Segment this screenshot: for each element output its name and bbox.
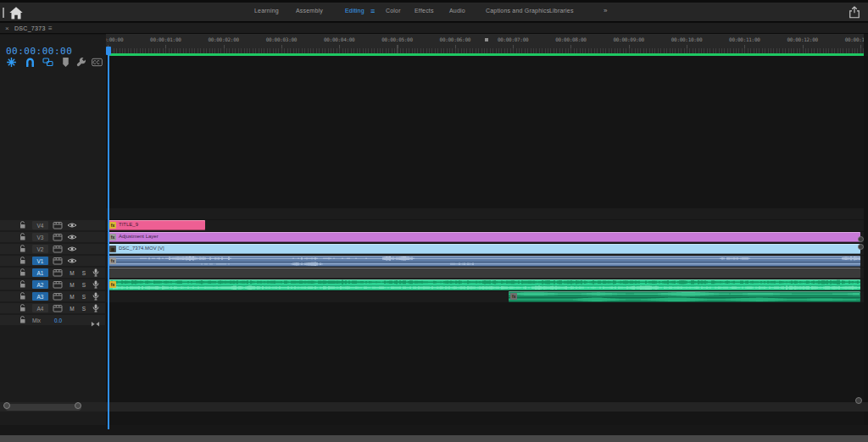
track-target-button-v2[interactable]: V2 — [32, 245, 48, 253]
lock-icon[interactable] — [18, 257, 28, 265]
mix-value[interactable]: 0.0 — [54, 318, 62, 323]
track-target-button-a3[interactable]: A3 — [32, 292, 48, 301]
sync-lock-icon[interactable] — [53, 257, 63, 265]
clip-a4[interactable]: fx — [509, 291, 860, 302]
close-icon[interactable]: × — [5, 25, 9, 32]
mute-button[interactable]: M — [67, 270, 77, 276]
sync-lock-icon[interactable] — [53, 221, 63, 229]
app-header: Learning Assembly Editing ≡ Color Effect… — [0, 3, 868, 22]
track-target-button-v1[interactable]: V1 — [32, 257, 48, 265]
solo-button[interactable]: S — [79, 282, 89, 288]
lock-icon[interactable] — [18, 245, 28, 253]
tab-libraries[interactable]: Libraries — [549, 8, 574, 14]
tab-captions-and-graphics[interactable]: Captions and Graphics — [486, 8, 549, 14]
track-output-eye-icon[interactable] — [67, 221, 77, 229]
clip-fx-badge[interactable]: fx — [109, 257, 116, 264]
tab-assembly[interactable]: Assembly — [296, 8, 323, 14]
track-target-button-v4[interactable]: V4 — [32, 221, 48, 229]
zoom-scrollbar-thumb[interactable] — [5, 404, 81, 411]
tab-color[interactable]: Color — [386, 8, 401, 14]
vscroll-handle-top[interactable] — [858, 236, 864, 242]
microphone-icon[interactable] — [91, 268, 101, 277]
time-ruler[interactable]: 00:00:00:0000:00:01:0000:00:02:0000:00:0… — [106, 34, 864, 53]
lock-icon[interactable] — [18, 221, 28, 229]
sync-lock-icon[interactable] — [53, 268, 63, 277]
vertical-scrollbar[interactable] — [864, 56, 868, 425]
linked-selection-icon[interactable] — [42, 56, 53, 67]
sync-lock-icon[interactable] — [53, 304, 63, 312]
microphone-icon[interactable] — [91, 292, 101, 301]
sync-lock-icon[interactable] — [53, 292, 63, 301]
horizontal-zoom-scrollbar[interactable] — [0, 402, 868, 412]
workspace-overflow-icon[interactable]: » — [604, 7, 607, 14]
solo-button[interactable]: S — [79, 306, 89, 312]
panel-menu-icon[interactable]: ≡ — [48, 25, 53, 32]
playhead-head[interactable] — [106, 47, 111, 55]
clip-a3[interactable]: fx — [108, 279, 860, 290]
tab-learning[interactable]: Learning — [254, 8, 279, 14]
sequence-tab-title[interactable]: DSC_7373 — [14, 25, 46, 31]
export-share-icon[interactable] — [849, 6, 860, 19]
vscroll-handle-bottom[interactable] — [858, 244, 864, 250]
empty-track-row-v4[interactable] — [106, 208, 864, 219]
tab-effects[interactable]: Effects — [415, 8, 434, 14]
ruler-label: 00:00:00:00 — [106, 36, 123, 42]
corner-scroll-handle[interactable] — [855, 397, 862, 404]
clip-a1[interactable]: fx — [108, 256, 860, 267]
lock-icon[interactable] — [18, 233, 28, 241]
track-target-button-v3[interactable]: V3 — [32, 233, 48, 241]
captions-icon[interactable] — [92, 56, 103, 67]
add-marker-icon[interactable] — [60, 56, 71, 67]
clip-fx-badge[interactable]: ▦ — [109, 246, 116, 252]
clip-a2[interactable] — [108, 268, 860, 279]
tab-audio[interactable]: Audio — [449, 8, 465, 14]
mute-button[interactable]: M — [67, 294, 77, 300]
mute-button[interactable]: M — [67, 306, 77, 312]
clip-adjustment-layer[interactable]: fxAdjustment Layer — [108, 232, 860, 242]
home-icon[interactable] — [8, 6, 24, 19]
lock-icon[interactable] — [18, 268, 28, 277]
ruler-label: 00:00:07:00 — [498, 36, 528, 42]
track-target-button-a2[interactable]: A2 — [32, 280, 48, 289]
lock-icon[interactable] — [18, 316, 28, 324]
track-header-mix: Mix0.0 — [0, 315, 105, 325]
clip-fx-badge[interactable]: fx — [510, 293, 517, 300]
sync-lock-icon[interactable] — [53, 245, 63, 253]
clip-fx-badge[interactable]: fx — [109, 222, 116, 229]
ruler-label: 00:00:04:00 — [324, 36, 354, 42]
clip-title-9[interactable]: fxTITLE_9 — [108, 220, 205, 230]
microphone-icon[interactable] — [91, 304, 101, 312]
track-content-area[interactable]: fxTITLE_9fxAdjustment Layer▦DSC_7374.MOV… — [106, 56, 864, 425]
empty-track-row-v3[interactable] — [106, 220, 864, 231]
timeline-panel: × DSC_7373 ≡ 00:00:00:00 — [0, 23, 868, 435]
ruler-label: 00:00:09:00 — [613, 36, 643, 42]
tab-editing[interactable]: Editing — [345, 8, 364, 14]
solo-button[interactable]: S — [79, 270, 89, 276]
microphone-icon[interactable] — [91, 280, 101, 289]
snap-magnet-icon[interactable] — [25, 56, 36, 67]
pan-keyframe-icon[interactable] — [91, 318, 100, 323]
mute-button[interactable]: M — [67, 282, 77, 288]
track-output-eye-icon[interactable] — [67, 257, 77, 265]
clip-dsc-7374-mov-v-[interactable]: ▦DSC_7374.MOV [V] — [108, 244, 860, 254]
sync-lock-icon[interactable] — [53, 233, 63, 241]
track-target-button-a4[interactable]: A4 — [32, 304, 48, 312]
solo-button[interactable]: S — [79, 294, 89, 300]
lock-icon[interactable] — [18, 292, 28, 301]
track-output-eye-icon[interactable] — [67, 245, 77, 253]
clip-fx-badge[interactable]: fx — [109, 234, 116, 240]
sync-lock-icon[interactable] — [53, 280, 63, 289]
lock-icon[interactable] — [18, 280, 28, 289]
track-output-eye-icon[interactable] — [67, 233, 77, 241]
timeline-settings-wrench-icon[interactable] — [75, 56, 86, 67]
track-header-v1: V1 — [0, 256, 105, 266]
workspace-menu-icon[interactable]: ≡ — [370, 7, 375, 15]
track-target-button-a1[interactable]: A1 — [32, 268, 48, 277]
lock-icon[interactable] — [18, 304, 28, 312]
zoom-handle-left[interactable] — [3, 402, 10, 409]
timeline-panel-tabbar: × DSC_7373 ≡ — [0, 23, 868, 34]
playhead-line[interactable] — [108, 47, 109, 429]
clip-fx-badge[interactable]: fx — [109, 281, 116, 288]
zoom-handle-right[interactable] — [75, 402, 81, 409]
nest-toggle-icon[interactable] — [6, 56, 17, 67]
